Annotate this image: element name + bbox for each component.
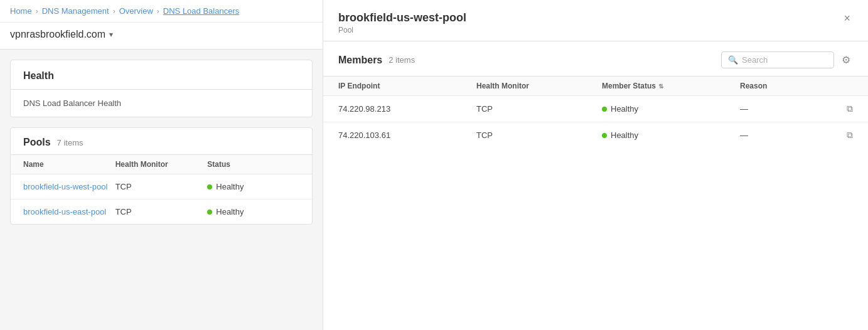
- members-row-1-status: Healthy: [602, 104, 740, 114]
- members-title: Members: [338, 55, 382, 66]
- members-row-1-ip: 74.220.98.213: [338, 104, 476, 114]
- members-row-2-status: Healthy: [602, 130, 740, 140]
- health-card-title: Health: [23, 70, 54, 81]
- pools-col-monitor: Health Monitor: [115, 160, 208, 169]
- pools-title: Pools: [23, 137, 51, 148]
- members-healthy-dot-2: [602, 133, 607, 138]
- pools-count: 7 items: [57, 138, 83, 147]
- members-col-monitor: Health Monitor: [476, 82, 602, 90]
- breadcrumb: Home › DNS Management › Overview › DNS L…: [0, 0, 323, 23]
- members-row-1: 74.220.98.213 TCP Healthy — ⧉: [323, 96, 868, 122]
- panel-title: brookfield-us-west-pool: [338, 11, 466, 24]
- close-button[interactable]: ×: [841, 11, 853, 25]
- members-row-1-reason: —: [740, 104, 828, 114]
- members-healthy-dot-1: [602, 107, 607, 112]
- breadcrumb-overview[interactable]: Overview: [119, 6, 153, 16]
- members-actions: 🔍 ⚙: [721, 51, 853, 68]
- health-card: Health DNS Load Balancer Health: [10, 60, 313, 117]
- pools-row-2: brookfield-us-east-pool TCP Healthy: [11, 200, 312, 224]
- pools-row-1-status: Healthy: [207, 182, 299, 191]
- panel-header: brookfield-us-west-pool Pool ×: [323, 0, 868, 41]
- breadcrumb-home[interactable]: Home: [10, 6, 32, 16]
- pools-col-name: Name: [23, 160, 115, 169]
- healthy-dot-2: [207, 210, 212, 215]
- members-row-2-ip: 74.220.103.61: [338, 130, 476, 140]
- search-box[interactable]: 🔍: [721, 51, 834, 68]
- pools-row-2-name[interactable]: brookfield-us-east-pool: [23, 207, 115, 216]
- panel-subtitle: Pool: [338, 26, 466, 35]
- members-title-row: Members 2 items: [338, 55, 415, 66]
- domain-name: vpnrasbrookfield.com: [10, 29, 105, 40]
- pools-row-2-status-label: Healthy: [216, 207, 244, 216]
- breadcrumb-dns-mgmt[interactable]: DNS Management: [42, 6, 109, 16]
- members-row-2-status-label: Healthy: [611, 130, 638, 140]
- members-table-header: IP Endpoint Health Monitor Member Status…: [323, 77, 868, 96]
- members-col-ip: IP Endpoint: [338, 82, 476, 90]
- members-row-2: 74.220.103.61 TCP Healthy — ⧉: [323, 122, 868, 148]
- members-col-actions: [828, 82, 853, 90]
- pools-row-2-status: Healthy: [207, 207, 299, 216]
- domain-bar: vpnrasbrookfield.com ▾: [0, 23, 323, 50]
- pools-table-header: Name Health Monitor Status: [11, 155, 312, 174]
- members-row-2-ext-link[interactable]: ⧉: [828, 130, 853, 141]
- members-row-1-monitor: TCP: [476, 104, 602, 114]
- pools-row-1-status-label: Healthy: [216, 182, 244, 191]
- pools-row-2-monitor: TCP: [115, 207, 208, 216]
- pools-row-1-name[interactable]: brookfield-us-west-pool: [23, 182, 115, 191]
- pools-col-status: Status: [207, 160, 299, 169]
- panel-body: Members 2 items 🔍 ⚙ IP Endpoint Health M…: [323, 41, 868, 330]
- breadcrumb-sep-3: ›: [157, 7, 159, 16]
- members-col-reason: Reason: [740, 82, 828, 90]
- healthy-dot-1: [207, 184, 212, 189]
- pools-row-1: brookfield-us-west-pool TCP Healthy: [11, 174, 312, 200]
- pools-section-header: Pools 7 items: [11, 128, 312, 155]
- pools-row-1-monitor: TCP: [115, 182, 208, 191]
- members-row-2-reason: —: [740, 130, 828, 140]
- members-count: 2 items: [388, 55, 415, 65]
- search-icon: 🔍: [728, 55, 738, 65]
- health-card-header: Health: [11, 60, 312, 90]
- health-card-body: DNS Load Balancer Health: [11, 90, 312, 117]
- chevron-down-icon[interactable]: ▾: [109, 30, 113, 39]
- breadcrumb-sep-2: ›: [113, 7, 115, 16]
- search-input[interactable]: [742, 55, 827, 65]
- health-card-description: DNS Load Balancer Health: [23, 98, 121, 108]
- members-row-1-ext-link[interactable]: ⧉: [828, 104, 853, 114]
- left-panel: Home › DNS Management › Overview › DNS L…: [0, 0, 323, 330]
- breadcrumb-current: DNS Load Balancers: [163, 6, 239, 16]
- sort-icon: ⇅: [658, 83, 663, 90]
- members-row-1-status-label: Healthy: [611, 104, 638, 114]
- members-header: Members 2 items 🔍 ⚙: [323, 41, 868, 77]
- panel-title-block: brookfield-us-west-pool Pool: [338, 11, 466, 35]
- members-row-2-monitor: TCP: [476, 130, 602, 140]
- members-col-status[interactable]: Member Status ⇅: [602, 82, 740, 90]
- gear-icon[interactable]: ⚙: [839, 51, 853, 68]
- right-panel: brookfield-us-west-pool Pool × Members 2…: [323, 0, 868, 330]
- pools-card: Pools 7 items Name Health Monitor Status…: [10, 127, 313, 225]
- breadcrumb-sep-1: ›: [36, 7, 38, 16]
- left-content: Health DNS Load Balancer Health Pools 7 …: [0, 50, 323, 330]
